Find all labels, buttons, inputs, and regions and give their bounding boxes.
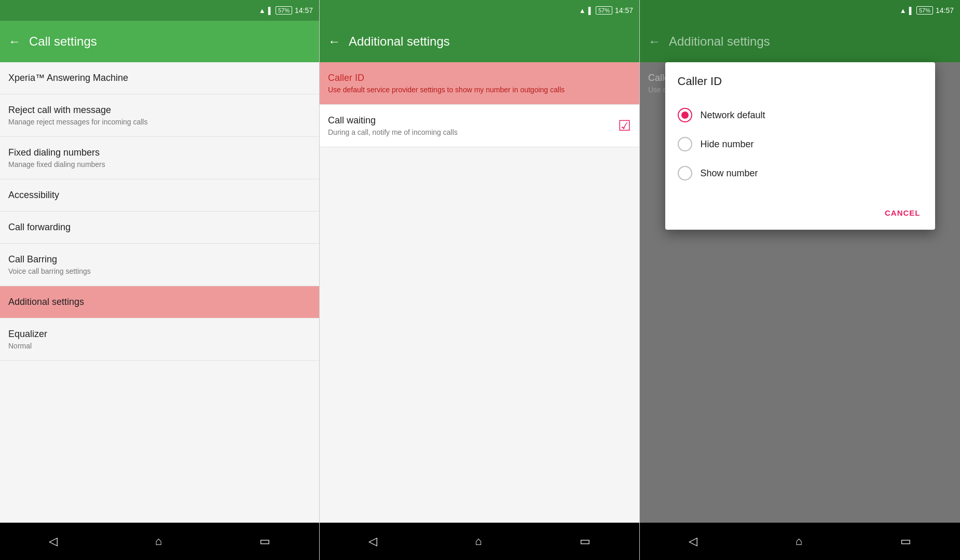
menu-item-call-barring[interactable]: Call Barring Voice call barring settings [0, 244, 319, 286]
time-left: 14:57 [295, 6, 313, 15]
back-nav-left[interactable]: ◁ [49, 535, 58, 548]
battery-left: 57% [276, 6, 292, 15]
radio-label-hide-number: Hide number [701, 139, 754, 150]
menu-item-answering-machine[interactable]: Xperia™ Answering Machine [0, 62, 319, 94]
back-nav-right[interactable]: ◁ [689, 535, 697, 548]
recents-nav-right[interactable]: ▭ [900, 535, 911, 548]
status-bar-mid: ▲ ▌ 57% 14:57 [320, 0, 639, 21]
caller-id-title-mid: Caller ID [328, 73, 631, 83]
home-nav-left[interactable]: ⌂ [155, 535, 162, 548]
battery-right: 57% [916, 6, 933, 15]
menu-item-subtitle-fixed-dialing: Manage fixed dialing numbers [8, 160, 311, 169]
recents-nav-left[interactable]: ▭ [259, 535, 270, 548]
menu-item-accessibility[interactable]: Accessibility [0, 179, 319, 212]
status-icons-mid: ▲ ▌ 57% 14:57 [579, 6, 633, 15]
signal-icon-left: ▌ [268, 7, 273, 15]
radio-circle-show-number[interactable] [678, 166, 692, 180]
nav-bar-mid: ◁ ⌂ ▭ [320, 523, 639, 560]
app-title-mid: Additional settings [349, 34, 450, 49]
cancel-button[interactable]: CANCEL [883, 204, 923, 221]
left-panel: ▲ ▌ 57% 14:57 ← Call settings Xperia™ An… [0, 0, 320, 560]
status-icons-left: ▲ ▌ 57% 14:57 [259, 6, 313, 15]
call-waiting-item[interactable]: Call waiting During a call, notify me of… [320, 105, 639, 147]
back-button-left[interactable]: ← [8, 34, 21, 49]
battery-mid: 57% [596, 6, 612, 15]
middle-panel: ▲ ▌ 57% 14:57 ← Additional settings Call… [320, 0, 640, 560]
empty-space-mid [320, 147, 639, 523]
status-bar-left: ▲ ▌ 57% 14:57 [0, 0, 319, 21]
call-waiting-checkbox[interactable]: ☑ [618, 117, 631, 134]
app-title-left: Call settings [29, 34, 97, 49]
home-nav-right[interactable]: ⌂ [796, 535, 802, 548]
call-waiting-text: Call waiting During a call, notify me of… [328, 115, 458, 136]
recents-nav-mid[interactable]: ▭ [580, 535, 591, 548]
radio-circle-network-default[interactable] [678, 108, 692, 122]
home-nav-mid[interactable]: ⌂ [475, 535, 482, 548]
menu-item-title-equalizer: Equalizer [8, 329, 311, 340]
radio-option-hide-number[interactable]: Hide number [678, 130, 923, 159]
menu-item-fixed-dialing[interactable]: Fixed dialing numbers Manage fixed diali… [0, 137, 319, 179]
status-bar-right: ▲ ▌ 57% 14:57 [640, 0, 960, 21]
caller-id-item-mid[interactable]: Caller ID Use default service provider s… [320, 62, 639, 105]
radio-circle-hide-number[interactable] [678, 137, 692, 151]
back-button-mid[interactable]: ← [328, 34, 340, 49]
menu-item-equalizer[interactable]: Equalizer Normal [0, 318, 319, 361]
right-panel: ▲ ▌ 57% 14:57 ← Additional settings Call… [640, 0, 960, 560]
app-bar-left: ← Call settings [0, 21, 319, 62]
dialog-actions: CANCEL [678, 200, 923, 221]
menu-item-title-call-barring: Call Barring [8, 254, 311, 265]
status-icons-right: ▲ ▌ 57% 14:57 [900, 6, 954, 15]
menu-item-title-fixed-dialing: Fixed dialing numbers [8, 147, 311, 158]
call-waiting-title: Call waiting [328, 115, 458, 126]
nav-bar-left: ◁ ⌂ ▭ [0, 523, 319, 560]
app-bar-mid: ← Additional settings [320, 21, 639, 62]
back-button-right[interactable]: ← [648, 34, 661, 49]
radio-label-network-default: Network default [701, 110, 765, 121]
menu-item-call-forwarding[interactable]: Call forwarding [0, 212, 319, 244]
menu-item-title-answering-machine: Xperia™ Answering Machine [8, 73, 311, 83]
menu-item-title-call-forwarding: Call forwarding [8, 222, 311, 233]
back-nav-mid[interactable]: ◁ [368, 535, 377, 548]
menu-item-reject-call[interactable]: Reject call with message Manage reject m… [0, 94, 319, 137]
caller-id-dialog: Caller ID Network default Hide number Sh… [665, 62, 935, 230]
app-bar-right: ← Additional settings [640, 21, 960, 62]
menu-item-subtitle-equalizer: Normal [8, 342, 311, 350]
radio-label-show-number: Show number [701, 168, 758, 179]
menu-item-subtitle-reject-call: Manage reject messages for incoming call… [8, 118, 311, 126]
menu-item-title-additional-settings: Additional settings [8, 297, 311, 307]
time-mid: 14:57 [615, 6, 633, 15]
time-right: 14:57 [936, 6, 954, 15]
signal-icon-right: ▌ [909, 7, 914, 15]
nav-bar-right: ◁ ⌂ ▭ [640, 523, 960, 560]
menu-item-additional-settings[interactable]: Additional settings [0, 286, 319, 318]
app-title-right: Additional settings [669, 34, 770, 49]
call-waiting-subtitle: During a call, notify me of incoming cal… [328, 128, 458, 136]
menu-item-title-accessibility: Accessibility [8, 190, 311, 201]
menu-item-title-reject-call: Reject call with message [8, 105, 311, 116]
settings-list-left: Xperia™ Answering Machine Reject call wi… [0, 62, 319, 523]
wifi-icon-left: ▲ [259, 7, 266, 15]
radio-option-network-default[interactable]: Network default [678, 101, 923, 130]
signal-icon-mid: ▌ [588, 7, 593, 15]
wifi-icon-mid: ▲ [579, 7, 586, 15]
dialog-title: Caller ID [678, 75, 923, 88]
menu-item-subtitle-call-barring: Voice call barring settings [8, 267, 311, 275]
radio-option-show-number[interactable]: Show number [678, 159, 923, 188]
wifi-icon-right: ▲ [900, 7, 907, 15]
caller-id-subtitle-mid: Use default service provider settings to… [328, 86, 631, 94]
